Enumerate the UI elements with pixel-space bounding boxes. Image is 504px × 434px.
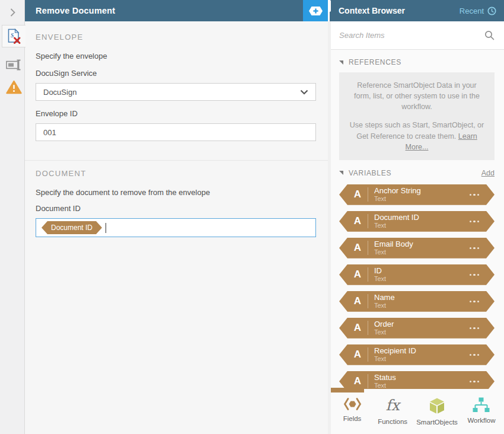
pill-separator <box>368 241 368 255</box>
sidebar-tab-rename[interactable] <box>2 53 25 76</box>
variable-pill[interactable]: A IDText <box>339 264 495 285</box>
variable-pill[interactable]: A NameText <box>339 291 495 312</box>
toolbar-tab-fields[interactable]: Fields <box>336 397 369 422</box>
search-bar <box>330 21 504 50</box>
vertical-scrollbar-thumb[interactable] <box>328 0 331 12</box>
rename-icon <box>6 59 22 71</box>
variable-pill[interactable]: A StatusText <box>339 371 495 389</box>
variable-type: Text <box>374 355 470 362</box>
step-sidebar: S <box>0 0 25 434</box>
text-type-icon: A <box>352 295 363 307</box>
variable-type: Text <box>374 302 470 309</box>
document-section-heading: DOCUMENT <box>36 169 316 178</box>
fields-icon <box>343 397 362 411</box>
text-type-icon: A <box>352 242 363 254</box>
text-type-icon: A <box>352 215 363 227</box>
variable-name: Email Body <box>374 240 470 249</box>
context-browser-list: REFERENCES Reference SmartObject Data in… <box>330 50 504 389</box>
variable-type: Text <box>374 248 470 256</box>
toolbar-tab-label: Fields <box>343 415 362 422</box>
toolbar-tab-smartobjects[interactable]: SmartObjects <box>416 397 458 426</box>
variable-menu-icon[interactable] <box>470 194 480 196</box>
warning-icon <box>6 80 22 94</box>
document-remove-icon: S <box>7 28 21 44</box>
smartobjects-icon <box>428 397 446 414</box>
collapse-triangle-icon <box>339 60 343 65</box>
variable-pill[interactable]: A Email BodyText <box>339 238 495 259</box>
variable-name: ID <box>374 267 470 276</box>
references-section-header[interactable]: REFERENCES <box>339 58 495 66</box>
variable-name: Recipient ID <box>374 347 470 356</box>
variable-type: Text <box>374 328 470 336</box>
pill-separator <box>368 187 368 202</box>
references-heading: REFERENCES <box>349 58 401 66</box>
sidebar-collapse-button[interactable] <box>0 5 25 20</box>
context-browser-header: Context Browser Recent <box>330 0 504 21</box>
document-id-token[interactable]: Document ID <box>42 221 102 234</box>
variable-pill[interactable]: A Anchor StringText <box>339 184 495 205</box>
context-browser-panel: Context Browser Recent REFERENCES <box>330 0 504 434</box>
envelope-id-label: Envelope ID <box>36 109 316 118</box>
vertical-scrollbar-track[interactable] <box>328 21 331 434</box>
pill-separator <box>368 321 368 335</box>
pill-separator <box>368 294 368 308</box>
search-icon[interactable] <box>484 30 495 40</box>
variable-menu-icon[interactable] <box>470 221 480 223</box>
svg-text:S: S <box>11 32 14 38</box>
variable-menu-icon[interactable] <box>470 381 480 383</box>
envelope-id-input[interactable] <box>43 128 308 137</box>
variables-section-header[interactable]: VARIABLES Add <box>339 169 495 177</box>
envelope-section-description: Specify the envelope <box>36 52 316 60</box>
sidebar-tab-remove-document[interactable]: S <box>2 25 25 47</box>
context-browser-toolbar: Fields fx Functions SmartObjects <box>330 389 504 434</box>
pill-separator <box>368 214 368 228</box>
chevron-right-icon <box>10 8 15 17</box>
variable-type: Text <box>374 222 470 229</box>
text-type-icon: A <box>352 375 363 387</box>
document-section-description: Specify the document to remove from the … <box>36 188 316 197</box>
docusign-service-select[interactable]: DocuSign <box>36 83 316 101</box>
variable-name: Name <box>374 293 470 302</box>
context-browser-toggle-button[interactable] <box>303 0 328 21</box>
variable-menu-icon[interactable] <box>470 327 480 330</box>
pill-separator <box>368 347 368 362</box>
docusign-service-label: DocuSign Service <box>36 69 316 78</box>
toolbar-tab-label: SmartObjects <box>416 419 458 426</box>
variable-type: Text <box>374 195 470 202</box>
variable-type: Text <box>374 275 470 282</box>
horizontal-scrollbar-thumb[interactable] <box>330 388 364 392</box>
variable-name: Status <box>374 374 470 382</box>
document-id-field[interactable]: Document ID <box>36 218 316 237</box>
document-id-label: Document ID <box>36 204 316 213</box>
variable-menu-icon[interactable] <box>470 274 480 276</box>
variable-menu-icon[interactable] <box>470 354 480 356</box>
variable-type: Text <box>374 382 470 389</box>
toolbar-tab-workflow[interactable]: Workflow <box>465 397 498 424</box>
sidebar-tab-warnings[interactable] <box>2 76 25 98</box>
variable-menu-icon[interactable] <box>470 247 480 250</box>
text-caret <box>106 223 106 233</box>
text-type-icon: A <box>352 349 363 360</box>
toolbar-tab-label: Functions <box>378 418 407 425</box>
context-browser-title: Context Browser <box>339 6 405 15</box>
variable-pill[interactable]: A OrderText <box>339 318 495 339</box>
toolbar-tab-functions[interactable]: fx Functions <box>376 397 409 425</box>
variable-name: Document ID <box>374 213 470 222</box>
variable-menu-icon[interactable] <box>470 301 480 303</box>
text-type-icon: A <box>352 269 363 280</box>
variable-pill[interactable]: A Recipient IDText <box>339 344 495 365</box>
references-info-line2: Use steps such as Start, SmartObject, or… <box>349 120 485 152</box>
recent-button[interactable]: Recent <box>460 7 496 15</box>
variable-pill[interactable]: A Document IDText <box>339 211 495 232</box>
config-panel-title: Remove Document <box>36 6 115 15</box>
clock-icon <box>487 7 496 15</box>
search-input[interactable] <box>339 31 484 40</box>
hexagon-plus-icon <box>308 6 323 16</box>
envelope-section-heading: ENVELOPE <box>36 33 316 42</box>
config-panel-body: ENVELOPE Specify the envelope DocuSign S… <box>25 21 328 434</box>
envelope-id-field <box>36 123 316 141</box>
add-variable-link[interactable]: Add <box>481 169 495 177</box>
variable-name: Anchor String <box>374 187 470 196</box>
toolbar-tab-label: Workflow <box>467 417 495 424</box>
text-type-icon: A <box>352 322 363 334</box>
